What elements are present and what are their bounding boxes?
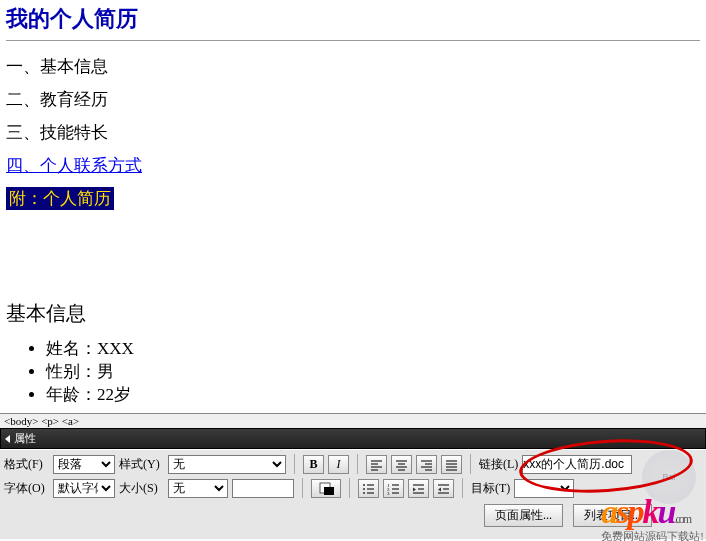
align-justify-button[interactable] — [441, 455, 462, 474]
collapse-icon — [5, 435, 10, 443]
divider — [6, 40, 700, 41]
size-label: 大小(S) — [119, 480, 164, 497]
format-label: 格式(F) — [4, 456, 49, 473]
link-label: 链接(L) — [479, 456, 518, 473]
section-1: 一、基本信息 — [6, 55, 700, 78]
unordered-list-button[interactable] — [358, 479, 379, 498]
ordered-list-button[interactable]: 123 — [383, 479, 404, 498]
style-select[interactable]: 无 — [168, 455, 286, 474]
section-3: 三、技能特长 — [6, 121, 700, 144]
font-label: 字体(O) — [4, 480, 49, 497]
svg-point-22 — [363, 492, 365, 494]
doc-title: 我的个人简历 — [6, 4, 700, 34]
size-input[interactable] — [232, 479, 294, 498]
text-color-button[interactable] — [311, 479, 341, 498]
watermark-logo: aspku.com 免费网站源码下载站! — [601, 493, 704, 541]
list-item: 姓名：XXX — [46, 337, 700, 360]
list-item: 年龄：22岁 — [46, 383, 700, 406]
page-properties-button[interactable]: 页面属性... — [484, 504, 563, 527]
align-right-button[interactable] — [416, 455, 437, 474]
align-left-button[interactable] — [366, 455, 387, 474]
svg-marker-31 — [413, 487, 416, 491]
properties-panel-header[interactable]: 属性 — [0, 428, 706, 449]
svg-text:3: 3 — [387, 491, 390, 495]
section-2: 二、教育经历 — [6, 88, 700, 111]
target-select[interactable] — [514, 479, 574, 498]
outdent-button[interactable] — [408, 479, 429, 498]
font-select[interactable]: 默认字体 — [53, 479, 115, 498]
style-label: 样式(Y) — [119, 456, 164, 473]
svg-point-18 — [363, 484, 365, 486]
align-center-button[interactable] — [391, 455, 412, 474]
properties-panel: 格式(F) 段落 样式(Y) 无 B I 链接(L) 字体(O) 默认字体 大小… — [0, 449, 706, 539]
link-input[interactable] — [522, 455, 632, 474]
size-select[interactable]: 无 — [168, 479, 228, 498]
panel-title: 属性 — [14, 431, 36, 446]
target-label: 目标(T) — [471, 480, 510, 497]
bold-button[interactable]: B — [303, 455, 324, 474]
svg-rect-17 — [324, 487, 334, 495]
italic-button[interactable]: I — [328, 455, 349, 474]
format-select[interactable]: 段落 — [53, 455, 115, 474]
indent-button[interactable] — [433, 479, 454, 498]
svg-marker-35 — [438, 487, 441, 491]
tag-selector-breadcrumb[interactable]: <body> <p> <a> — [0, 413, 706, 428]
subheading-basic-info: 基本信息 — [6, 300, 700, 327]
list-item: 性别：男 — [46, 360, 700, 383]
svg-point-20 — [363, 488, 365, 490]
document-editor[interactable]: 我的个人简历 一、基本信息 二、教育经历 三、技能特长 四、个人联系方式 附：个… — [0, 0, 706, 413]
section-link-contact[interactable]: 四、个人联系方式 — [6, 156, 142, 175]
highlight-attachment: 附：个人简历 — [6, 187, 114, 210]
